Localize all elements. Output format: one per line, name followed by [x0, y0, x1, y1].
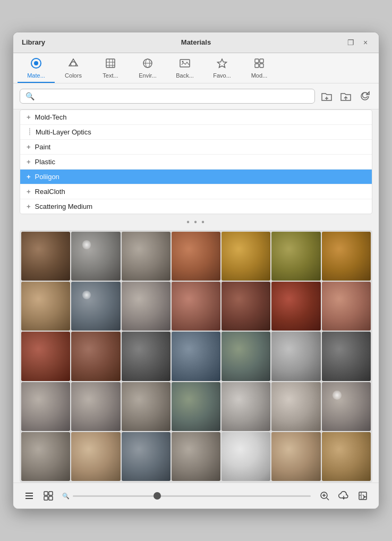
material-cell[interactable]	[71, 382, 120, 431]
material-cell[interactable]	[322, 232, 371, 281]
tab-colors[interactable]: Colors	[55, 53, 92, 83]
material-cell[interactable]	[122, 232, 171, 281]
add-folder-button[interactable]	[319, 89, 334, 104]
material-cell[interactable]	[322, 282, 371, 331]
material-cell[interactable]	[122, 282, 171, 331]
material-cell[interactable]	[221, 332, 270, 381]
expand-icon: +	[27, 173, 31, 181]
material-cell[interactable]	[172, 432, 220, 481]
tab-backplates-label: Back...	[176, 72, 194, 79]
list-view-button[interactable]	[22, 488, 37, 503]
search-input[interactable]	[38, 92, 309, 100]
material-cell[interactable]	[322, 382, 371, 431]
colors-tab-icon	[67, 57, 79, 71]
models-tab-icon	[253, 57, 265, 71]
material-cell[interactable]	[21, 332, 70, 381]
material-cell[interactable]	[271, 282, 320, 331]
svg-rect-24	[49, 492, 53, 495]
tab-models[interactable]: Mod...	[241, 53, 278, 83]
expand-icon: +	[27, 113, 31, 121]
svg-point-1	[34, 61, 38, 65]
library-list: + Mold-Tech ┊ Multi-Layer Optics + Paint…	[20, 109, 372, 214]
material-cell[interactable]	[271, 432, 320, 481]
library-item-multi-layer[interactable]: ┊ Multi-Layer Optics	[20, 125, 372, 140]
search-icon: 🔍	[25, 92, 35, 100]
library-item-label: Multi-Layer Optics	[36, 128, 91, 136]
material-cell[interactable]	[122, 332, 171, 381]
window-title-left: Library	[22, 38, 45, 46]
materials-grid-container	[20, 230, 372, 483]
title-bar-buttons: ❐ ×	[346, 38, 370, 47]
material-cell[interactable]	[71, 432, 120, 481]
material-cell[interactable]	[21, 432, 70, 481]
title-bar: Library Materials ❐ ×	[13, 32, 379, 53]
library-item-poliigon[interactable]: + Poliigon	[20, 170, 372, 184]
library-item-scattering[interactable]: + Scattering Medium	[20, 199, 372, 214]
material-cell[interactable]	[122, 382, 171, 431]
expand-icon: +	[27, 188, 31, 196]
window-title-center: Materials	[181, 38, 211, 46]
favorites-tab-icon	[216, 57, 228, 71]
material-cell[interactable]	[271, 232, 320, 281]
library-item-label: RealCloth	[35, 188, 65, 196]
svg-line-30	[327, 498, 329, 500]
material-cell[interactable]	[21, 232, 70, 281]
material-cell[interactable]	[172, 232, 220, 281]
tab-environ-label: Envir...	[139, 72, 157, 79]
tab-colors-label: Colors	[65, 72, 82, 79]
tab-textures-label: Text...	[103, 72, 118, 79]
material-cell[interactable]	[221, 232, 270, 281]
material-cell[interactable]	[122, 432, 171, 481]
material-cell[interactable]	[21, 382, 70, 431]
material-cell[interactable]	[221, 282, 270, 331]
zoom-small-icon: 🔍	[62, 493, 70, 500]
material-cell[interactable]	[322, 332, 371, 381]
material-cell[interactable]	[221, 432, 270, 481]
close-window-button[interactable]: ×	[361, 38, 370, 47]
library-item-plastic[interactable]: + Plastic	[20, 155, 372, 170]
zoom-slider-container: 🔍	[62, 493, 311, 500]
zoom-add-button[interactable]	[317, 488, 332, 503]
material-cell[interactable]	[172, 282, 220, 331]
tab-backplates[interactable]: Back...	[166, 53, 203, 83]
tab-models-label: Mod...	[251, 72, 268, 79]
library-window: Library Materials ❐ × Mate...	[13, 32, 379, 509]
import-folder-button[interactable]	[338, 89, 353, 104]
library-item-label: Mold-Tech	[35, 113, 67, 121]
library-item-paint[interactable]: + Paint	[20, 140, 372, 155]
library-item-realcloth[interactable]: + RealCloth	[20, 184, 372, 199]
material-cell[interactable]	[71, 282, 120, 331]
search-box[interactable]: 🔍	[20, 89, 315, 104]
material-cell[interactable]	[271, 382, 320, 431]
export-button[interactable]	[355, 488, 370, 503]
materials-tab-icon	[30, 57, 42, 71]
svg-point-11	[182, 61, 184, 62]
tab-materials[interactable]: Mate...	[18, 53, 55, 83]
material-cell[interactable]	[271, 332, 320, 381]
tab-environ[interactable]: Envir...	[129, 53, 166, 83]
material-cell[interactable]	[71, 232, 120, 281]
zoom-slider[interactable]	[73, 495, 311, 497]
tab-textures[interactable]: Text...	[92, 53, 129, 83]
material-cell[interactable]	[71, 332, 120, 381]
material-cell[interactable]	[322, 432, 371, 481]
tab-materials-label: Mate...	[27, 72, 45, 79]
environ-tab-icon	[142, 57, 154, 71]
section-divider: • • •	[13, 214, 379, 230]
expand-icon: +	[27, 158, 31, 166]
library-item-mold-tech[interactable]: + Mold-Tech	[20, 110, 372, 125]
refresh-button[interactable]	[357, 89, 372, 104]
backplates-tab-icon	[179, 57, 191, 71]
svg-rect-25	[44, 496, 48, 500]
tab-favorites[interactable]: Favo...	[203, 53, 241, 83]
svg-rect-2	[106, 59, 115, 67]
grid-view-button[interactable]	[41, 488, 56, 503]
material-cell[interactable]	[172, 382, 220, 431]
svg-rect-23	[44, 492, 48, 495]
cloud-button[interactable]	[336, 488, 351, 503]
material-cell[interactable]	[172, 332, 220, 381]
library-item-label: Scattering Medium	[35, 202, 92, 210]
material-cell[interactable]	[221, 382, 270, 431]
copy-window-button[interactable]: ❐	[346, 38, 355, 47]
material-cell[interactable]	[21, 282, 70, 331]
